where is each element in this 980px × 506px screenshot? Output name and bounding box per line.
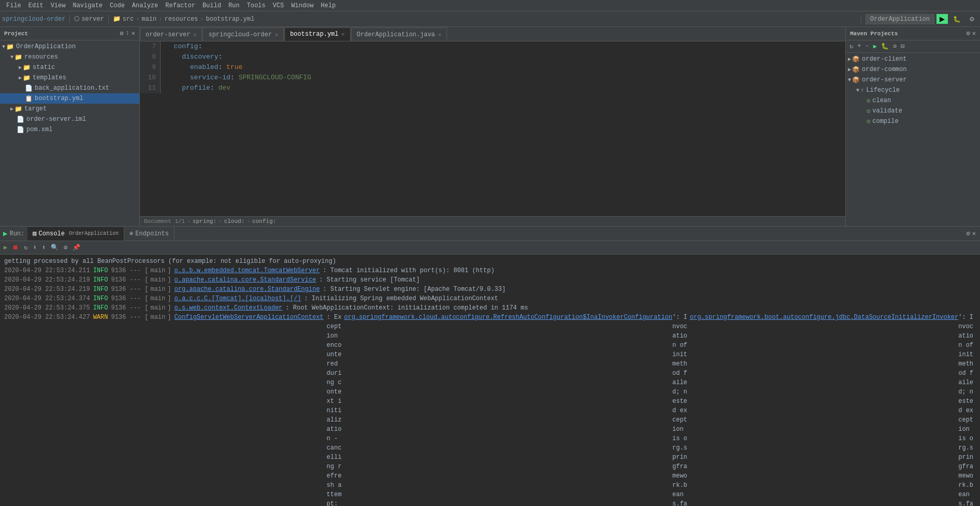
panel-settings-icon[interactable]: ⚙ [120, 30, 123, 37]
maven-label-clean: clean [872, 97, 891, 104]
tab-close-order-application-java[interactable]: ✕ [438, 32, 441, 38]
console-stop-btn[interactable]: ⏹ [11, 243, 20, 252]
tab-close-bootstrap-yml[interactable]: ✕ [342, 31, 345, 37]
tab-label-bootstrap-yml: bootstrap.yml [290, 31, 339, 38]
maven-collapse-btn[interactable]: ⊟ [899, 42, 906, 51]
debug-button[interactable]: 🐛 [950, 15, 964, 24]
settings-button[interactable]: ⚙ [966, 15, 978, 24]
tree-label-back-application: back_application.txt [35, 85, 109, 92]
breadcrumb-cloud[interactable]: cloud: [224, 218, 245, 224]
maven-item-lifecycle[interactable]: ▼ ⚡ Lifecycle [846, 85, 980, 95]
run-button[interactable]: ▶ [936, 14, 948, 24]
maven-expand-order-common: ▶ [848, 66, 851, 73]
maven-label-order-client: order-client [862, 55, 906, 63]
maven-settings-icon[interactable]: ⚙ [967, 30, 970, 37]
maven-close-icon[interactable]: ✕ [972, 30, 976, 37]
menu-refactor[interactable]: Refactor [162, 1, 198, 10]
maven-item-order-client[interactable]: ▶ 📦 order-client [846, 54, 980, 64]
breadcrumb-config[interactable]: config: [252, 218, 276, 224]
maven-add-btn[interactable]: + [856, 42, 862, 51]
console-output[interactable]: getting processed by all BeanPostProcess… [0, 255, 980, 506]
goal-icon-compile: ⚙ [867, 118, 870, 125]
maven-item-validate[interactable]: ⚙ validate [846, 106, 980, 116]
toolbar-separator-1 [69, 15, 70, 24]
tree-item-root[interactable]: ▼ 📁 OrderApplication [0, 41, 139, 52]
tree-item-static[interactable]: ▶ 📁 static [0, 62, 139, 73]
maven-debug-btn[interactable]: 🐛 [880, 42, 890, 51]
code-line-7: config: [166, 41, 845, 52]
maven-item-compile[interactable]: ⚙ compile [846, 116, 980, 126]
menu-build[interactable]: Build [199, 1, 224, 10]
menu-help[interactable]: Help [318, 1, 339, 10]
run-settings-icon[interactable]: ⚙ [967, 230, 970, 237]
tab-order-server[interactable]: order-server ✕ [140, 27, 202, 41]
tab-order-application-java[interactable]: OrderApplication.java ✕ [351, 27, 447, 41]
run-tab-console[interactable]: ▤ Console OrderApplication [27, 227, 124, 241]
maven-label-validate: validate [872, 107, 902, 115]
folder-icon-static: 📁 [23, 64, 31, 72]
editor-content[interactable]: 7 8 9 10 11 config: discovery: enabled: … [140, 41, 845, 216]
menu-view[interactable]: View [48, 1, 69, 10]
run-play-icon[interactable]: ▶ [3, 229, 7, 238]
console-scroll-up-btn[interactable]: ⬆ [40, 243, 47, 252]
tree-item-target[interactable]: ▶ 📁 target [0, 104, 139, 114]
menu-vcs[interactable]: VCS [270, 1, 287, 10]
menu-code[interactable]: Code [107, 1, 128, 10]
menu-tools[interactable]: Tools [244, 1, 269, 10]
tree-item-order-server-iml[interactable]: 📄 order-server.iml [0, 114, 139, 124]
tree-item-resources[interactable]: ▼ 📁 resources [0, 52, 139, 62]
menu-navigate[interactable]: Navigate [69, 1, 106, 10]
panel-expand-icon[interactable]: ↕ [126, 30, 129, 37]
tree-arrow-root: ▼ [2, 44, 5, 50]
maven-remove-btn[interactable]: - [863, 42, 870, 51]
tree-item-templates[interactable]: ▶ 📁 templates [0, 73, 139, 83]
run-close-icon[interactable]: ✕ [972, 230, 976, 237]
tab-close-springcloud-order[interactable]: ✕ [275, 32, 278, 38]
console-run-btn[interactable]: ▶ [2, 243, 9, 252]
tree-label-resources: resources [24, 53, 58, 61]
tree-item-back-application[interactable]: 📄 back_application.txt [0, 83, 139, 93]
console-settings-btn[interactable]: ⚙ [62, 243, 69, 252]
tree-item-bootstrap-yml[interactable]: 📋 bootstrap.yml [0, 93, 139, 104]
yaml-icon-bootstrap: 📋 [25, 95, 33, 103]
line-num-10: 10 [144, 73, 156, 83]
run-label: Run: [9, 230, 24, 237]
maven-label-order-server: order-server [862, 76, 906, 83]
maven-item-order-server[interactable]: ▼ 📦 order-server [846, 75, 980, 85]
breadcrumb-text: Document 1/1 [144, 218, 185, 224]
tree-arrow-resources: ▼ [10, 54, 13, 60]
menu-window[interactable]: Window [288, 1, 316, 10]
console-scroll-down-btn[interactable]: ⬇ [31, 243, 38, 252]
tab-bootstrap-yml[interactable]: bootstrap.yml ✕ [284, 27, 351, 41]
tree-item-pom-xml[interactable]: 📄 pom.xml [0, 124, 139, 135]
console-rerun-btn[interactable]: ↻ [22, 243, 29, 252]
maven-panel: Maven Projects ⚙ ✕ ↻ + - ▶ 🐛 ⊘ ⊟ ▶ 📦 ord… [845, 27, 980, 226]
code-line-10: service-id: SPRINGCLOUD-CONFIG [166, 73, 845, 83]
goal-icon-clean: ⚙ [867, 97, 870, 105]
run-tab-endpoints[interactable]: ⊕ Endpoints [124, 227, 175, 241]
maven-expand-lifecycle: ▼ [856, 88, 859, 93]
maven-expand-order-client: ▶ [848, 56, 851, 62]
menu-analyze[interactable]: Analyze [129, 1, 161, 10]
console-pin-btn[interactable]: 📌 [71, 243, 82, 252]
project-panel-header: Project ⚙ ↕ ✕ [0, 27, 139, 40]
breadcrumb-spring[interactable]: spring: [193, 218, 217, 224]
tab-label-order-server: order-server [146, 31, 190, 38]
menu-edit[interactable]: Edit [25, 1, 47, 10]
maven-refresh-btn[interactable]: ↻ [848, 42, 855, 51]
tab-close-order-server[interactable]: ✕ [193, 32, 196, 38]
menu-run[interactable]: Run [225, 1, 243, 10]
maven-icon-order-server: 📦 [852, 76, 860, 84]
panel-close-icon[interactable]: ✕ [132, 30, 135, 37]
maven-skip-tests-btn[interactable]: ⊘ [891, 42, 898, 51]
console-filter-btn[interactable]: 🔍 [49, 243, 60, 252]
menu-file[interactable]: File [3, 1, 24, 10]
project-label: springcloud-order [2, 16, 65, 23]
tree-label-templates: templates [33, 74, 66, 81]
maven-item-order-common[interactable]: ▶ 📦 order-common [846, 64, 980, 75]
run-config-dropdown[interactable]: OrderApplication [866, 14, 934, 24]
maven-run-btn[interactable]: ▶ [872, 42, 878, 51]
maven-item-clean[interactable]: ⚙ clean [846, 95, 980, 106]
folder-icon-templates: 📁 [23, 74, 31, 82]
tab-springcloud-order[interactable]: springcloud-order ✕ [203, 27, 283, 41]
